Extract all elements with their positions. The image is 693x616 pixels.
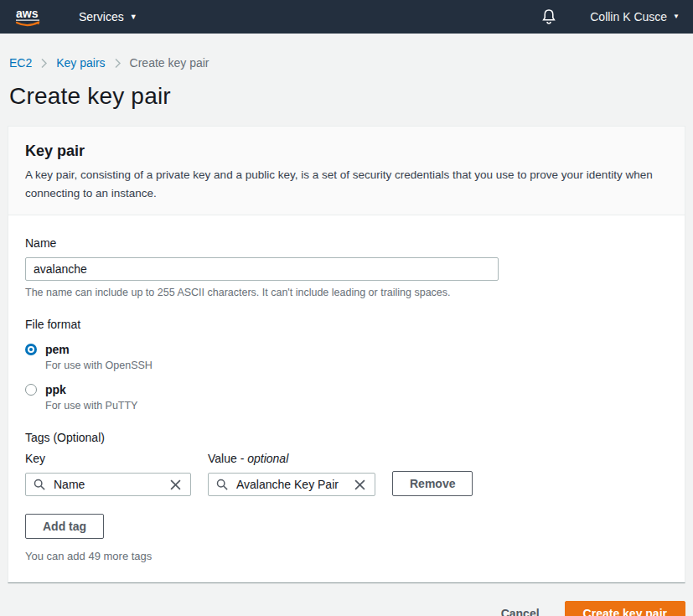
tag-key-input-wrap (25, 473, 191, 496)
name-input[interactable] (25, 257, 499, 281)
chevron-right-icon (40, 58, 48, 69)
breadcrumb: EC2 Key pairs Create key pair (0, 34, 693, 70)
tag-value-column: Value - optional (208, 452, 375, 496)
breadcrumb-key-pairs[interactable]: Key pairs (56, 56, 105, 70)
radio-unselected-icon[interactable] (25, 384, 37, 396)
ppk-description: For use with PuTTY (45, 400, 137, 412)
clear-key-button[interactable] (168, 478, 183, 492)
tag-key-column: Key (25, 452, 191, 496)
pem-description: For use with OpenSSH (45, 360, 153, 371)
radio-selected-icon[interactable] (25, 344, 37, 355)
search-icon (34, 479, 45, 490)
tags-group: Tags (Optional) Key Value - (25, 431, 668, 562)
chevron-down-icon: ▼ (130, 13, 137, 21)
remove-tag-button[interactable]: Remove (392, 471, 473, 496)
name-field-group: Name The name can include up to 255 ASCI… (25, 236, 668, 298)
close-icon (354, 479, 365, 490)
user-menu[interactable]: Collin K Cusce ▼ (590, 10, 680, 23)
tags-remaining-text: You can add 49 more tags (25, 550, 668, 562)
tag-key-header: Key (25, 452, 191, 465)
tag-key-input[interactable] (52, 477, 162, 492)
file-format-group: File format pem For use with OpenSSH ppk… (25, 318, 668, 412)
services-menu[interactable]: Services ▼ (79, 10, 137, 23)
topbar-right: Collin K Cusce ▼ (541, 8, 680, 25)
services-label: Services (79, 10, 124, 23)
card-body: Name The name can include up to 255 ASCI… (8, 215, 685, 582)
radio-option-pem[interactable]: pem For use with OpenSSH (25, 342, 668, 371)
radio-option-ppk[interactable]: ppk For use with PuTTY (25, 382, 668, 412)
name-label: Name (25, 236, 668, 250)
tag-value-input-wrap (208, 473, 375, 496)
bell-icon (541, 8, 556, 25)
ppk-label: ppk (45, 382, 137, 397)
pem-label: pem (45, 342, 153, 357)
breadcrumb-ec2[interactable]: EC2 (9, 56, 32, 70)
add-tag-button[interactable]: Add tag (25, 514, 104, 539)
card-description: A key pair, consisting of a private key … (25, 166, 668, 202)
page-title: Create key pair (9, 83, 693, 110)
aws-logo-text: aws (16, 7, 39, 20)
breadcrumb-current: Create key pair (130, 56, 209, 70)
footer-actions: Cancel Create key pair (8, 601, 685, 616)
chevron-down-icon: ▼ (673, 13, 680, 20)
name-helper-text: The name can include up to 255 ASCII cha… (25, 287, 668, 298)
create-key-pair-button[interactable]: Create key pair (565, 601, 685, 616)
card-title: Key pair (25, 142, 668, 160)
key-pair-card: Key pair A key pair, consisting of a pri… (8, 126, 685, 583)
notifications-button[interactable] (541, 8, 556, 25)
cancel-button[interactable]: Cancel (501, 607, 540, 616)
search-icon (216, 479, 228, 490)
chevron-right-icon (114, 58, 122, 69)
tag-value-header: Value - optional (208, 452, 375, 465)
clear-value-button[interactable] (353, 478, 367, 492)
tag-value-input[interactable] (235, 477, 346, 492)
tag-row: Key Value - optional (25, 452, 668, 496)
aws-logo[interactable]: aws (13, 6, 45, 28)
aws-logo-icon: aws (13, 6, 45, 28)
card-header: Key pair A key pair, consisting of a pri… (8, 127, 685, 215)
optional-label: optional (247, 452, 288, 465)
add-tag-wrap: Add tag (25, 514, 668, 539)
file-format-label: File format (25, 318, 668, 331)
close-icon (170, 479, 181, 490)
tags-label: Tags (Optional) (25, 431, 668, 444)
username: Collin K Cusce (590, 10, 667, 23)
topbar: aws Services ▼ Collin K Cusce ▼ (0, 0, 693, 34)
